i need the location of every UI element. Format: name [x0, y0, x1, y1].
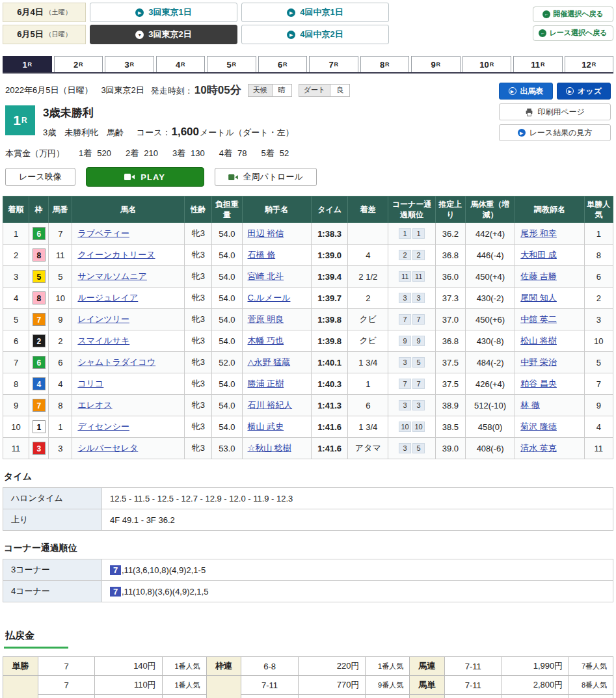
- horse-name-link[interactable]: サンマルソムニア: [77, 271, 146, 281]
- sex-age: 牝3: [185, 309, 212, 330]
- race-tab[interactable]: 5R: [207, 56, 256, 72]
- date-tab-saturday[interactable]: 6月4日 （土曜）: [3, 3, 86, 22]
- race-tab[interactable]: 2R: [54, 56, 103, 72]
- trainer-link[interactable]: 中野 栄治: [520, 357, 557, 367]
- horse-name-link[interactable]: ルージュレイア: [77, 293, 138, 302]
- race-tab[interactable]: 9R: [411, 56, 461, 72]
- race-tab-suffix: R: [28, 61, 33, 68]
- jockey-link[interactable]: C.ルメール: [248, 293, 291, 302]
- race-tab-number: 2: [74, 60, 78, 70]
- chevron-down-icon: ▼: [135, 31, 144, 39]
- horse-name-link[interactable]: シャムトラダイコウ: [77, 357, 155, 367]
- jockey-link[interactable]: 横山 武史: [248, 422, 284, 431]
- race-title-row: 1R 3歳未勝利 3歳 未勝利牝 馬齢 コース：1,600メートル（ダート・左）: [5, 105, 499, 139]
- meeting-button-chukyo-day2[interactable]: ▶ 4回中京2日: [241, 25, 389, 44]
- trainer-link[interactable]: 粕谷 昌央: [520, 379, 557, 388]
- payout-combo: 5-7-11: [444, 695, 502, 698]
- horse-name-link[interactable]: スマイルサキ: [77, 336, 129, 345]
- payout-section: 払戻金 単勝 7 140円 1番人気 枠連 6-8 220円 1番人気 馬連 7…: [3, 630, 613, 698]
- print-page-button[interactable]: 印刷用ページ: [499, 103, 611, 120]
- prize-amount: 78: [237, 148, 247, 158]
- date-tab-sunday[interactable]: 6月5日 （日曜）: [3, 25, 86, 44]
- horse-name-link[interactable]: ディセンシー: [77, 422, 129, 431]
- carried-weight: 54.0: [212, 266, 242, 288]
- results-header-row: 着順枠馬番馬名性齢負担重量騎手名タイム着差コーナー通過順位推定上り馬体重（増減）…: [3, 196, 613, 223]
- trainer-link[interactable]: 尾形 和幸: [520, 228, 557, 238]
- margin: 1 3/4: [348, 416, 388, 438]
- jockey-link[interactable]: 勝浦 正樹: [248, 379, 284, 388]
- horse-name-link[interactable]: レインツリー: [77, 314, 129, 324]
- horse-name-link[interactable]: エレオス: [77, 400, 112, 410]
- date-weekday: （日曜）: [46, 30, 72, 39]
- race-tab-number: 5: [226, 60, 231, 70]
- race-video-button[interactable]: レース映像: [5, 168, 75, 186]
- trainer-link[interactable]: 大和田 成: [520, 250, 557, 260]
- results-guide-button[interactable]: ▶ レース結果の見方: [499, 124, 611, 141]
- finish-position: 3: [3, 266, 29, 288]
- horse-name-link[interactable]: コリコ: [77, 379, 103, 388]
- frame-number-badge: 6: [33, 356, 46, 369]
- column-header: 負担重量: [212, 196, 242, 223]
- payout-combo: 5-7: [241, 695, 299, 698]
- race-tab[interactable]: 11R: [513, 56, 563, 72]
- meeting-button-tokyo-day2-selected[interactable]: ▼ 3回東京2日: [90, 25, 237, 44]
- horse-weight: 512(-10): [465, 395, 515, 416]
- frame-cell: 8: [29, 245, 49, 266]
- horse-name-link[interactable]: シルバーセレタ: [77, 443, 138, 453]
- horse-weight: 450(+6): [465, 309, 515, 330]
- race-tab[interactable]: 6R: [258, 56, 308, 72]
- video-camera-icon: [228, 174, 238, 181]
- trainer-link[interactable]: 清水 英克: [520, 443, 557, 453]
- trainer-link[interactable]: 中舘 英二: [520, 314, 557, 324]
- trainer-link[interactable]: 尾関 知人: [520, 293, 557, 302]
- corner-positions: 35: [388, 438, 435, 459]
- corner-position-3: 1: [399, 228, 411, 239]
- jockey-link[interactable]: ☆秋山 稔樹: [248, 443, 291, 453]
- payout-type-bracket: 枠連: [206, 657, 241, 676]
- back-to-meeting-select-button[interactable]: ← 開催選択へ戻る: [533, 7, 613, 22]
- entry-table-button[interactable]: ▶ 出馬表: [499, 83, 553, 100]
- trainer-link[interactable]: 菊沢 隆徳: [520, 422, 557, 431]
- jockey-link[interactable]: 菅原 明良: [248, 314, 284, 324]
- payout-combo: 7-11: [444, 657, 502, 676]
- horse-number: 8: [49, 395, 72, 416]
- patrol-video-button[interactable]: 全周パトロール: [215, 168, 317, 186]
- meeting-button-tokyo-day1[interactable]: ▶ 3回東京1日: [90, 3, 237, 22]
- horse-name-link[interactable]: クイーンカトリーヌ: [77, 250, 155, 260]
- horse-name-link[interactable]: ラブベティー: [77, 228, 129, 238]
- trainer-link[interactable]: 佐藤 吉勝: [520, 271, 557, 281]
- race-tab[interactable]: 8R: [360, 56, 410, 72]
- jockey-link[interactable]: 木幡 巧也: [248, 336, 284, 345]
- back-to-race-select-button[interactable]: ← レース選択へ戻る: [533, 25, 613, 41]
- meeting-button-chukyo-day1[interactable]: ▶ 4回中京1日: [241, 3, 389, 22]
- trainer-link[interactable]: 松山 将樹: [520, 336, 557, 345]
- horse-number: 11: [49, 245, 72, 266]
- race-tab[interactable]: 7R: [309, 56, 358, 72]
- prize-place: 5着: [261, 148, 275, 158]
- course-unit: メートル（ダート・左）: [200, 128, 294, 137]
- trainer-link[interactable]: 林 徹: [520, 400, 540, 410]
- jockey-link[interactable]: 宮崎 北斗: [248, 271, 284, 281]
- play-circle-icon: ▶: [518, 129, 526, 137]
- track-condition-chip: ダート良: [299, 84, 351, 97]
- column-header: 単勝人気: [584, 196, 613, 223]
- jockey-link[interactable]: 田辺 裕信: [248, 228, 284, 238]
- race-tab[interactable]: 10R: [462, 56, 512, 72]
- race-tab[interactable]: 1R: [3, 56, 52, 72]
- jockey-link[interactable]: 石川 裕紀人: [248, 400, 293, 410]
- race-tab[interactable]: 4R: [156, 56, 206, 72]
- race-tab[interactable]: 3R: [105, 56, 154, 72]
- jockey-link[interactable]: 石橋 脩: [248, 250, 276, 260]
- odds-button[interactable]: ▶ オッズ: [557, 83, 611, 100]
- play-button[interactable]: PLAY: [86, 167, 204, 187]
- jockey-link[interactable]: △永野 猛蔵: [248, 357, 291, 367]
- corner-position-4: 5: [412, 357, 425, 368]
- race-number-tabs: 1R 2R 3R 4R 5R 6R 7R: [3, 56, 613, 74]
- printer-icon: [525, 108, 533, 116]
- horse-weight: 458(0): [465, 416, 515, 438]
- race-tab[interactable]: 12R: [565, 56, 614, 72]
- results-guide-label: レース結果の見方: [529, 128, 593, 139]
- race-info-left: 2022年6月5日（日曜） 3回東京2日 発走時刻：10時05分 天候晴 ダート…: [5, 83, 499, 159]
- estimated-last-3f: 38.5: [435, 416, 465, 438]
- corner-position-3: 9: [399, 336, 411, 346]
